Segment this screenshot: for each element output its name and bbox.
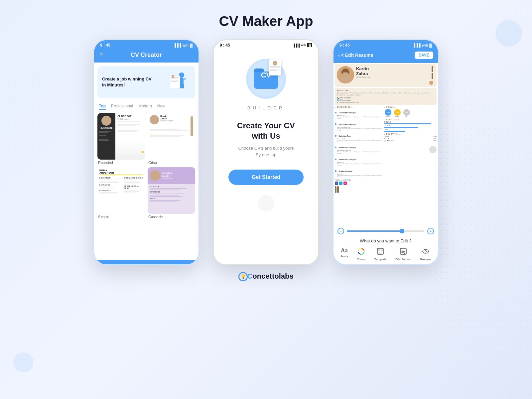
toolbar-preview[interactable]: Preview xyxy=(420,248,431,261)
skill-illustrator: 75% xyxy=(385,109,391,116)
tab-top[interactable]: Top xyxy=(99,104,106,110)
exp-item-4: Junior UI/UX Designer Big Kahuna Burger … xyxy=(335,144,383,154)
toolbar-fonts[interactable]: Aa Fonts xyxy=(340,248,348,261)
template-icon xyxy=(377,248,384,257)
preview-label: Preview xyxy=(420,258,431,261)
folder-tab xyxy=(254,68,264,72)
experience-title: EXPERIENCE xyxy=(335,106,383,108)
tab-new[interactable]: New xyxy=(157,104,165,110)
resume-name: Karrin Zahra xyxy=(356,66,427,76)
tab-professional[interactable]: Professional xyxy=(111,104,133,110)
tab-modern[interactable]: Modern xyxy=(138,104,152,110)
exp-item-1: Senior UI/UX Designer Alstringo Ltd. Wle… xyxy=(335,109,383,119)
accent-bars xyxy=(429,66,435,85)
slider-track[interactable] xyxy=(347,230,425,232)
toolbar-colors[interactable]: Colors xyxy=(357,248,365,261)
experience-section: EXPERIENCE Senior UI/UX Designer Alstrin… xyxy=(335,106,383,225)
accent-bars-bottom xyxy=(335,186,383,193)
skills-languages-education: SKILLS 75% ILLUST. 70% PHOTO. 50 xyxy=(384,106,437,225)
template-crisp[interactable]: KarrinZahra Graphic Designer xyxy=(148,113,195,165)
resume-avatar xyxy=(337,66,354,83)
battery-icon: ▓ xyxy=(190,43,193,47)
templates-grid: CLAIRE ZOE xyxy=(94,113,199,219)
template-cascade[interactable]: JessicaMarie Web Designer Education EXPE… xyxy=(148,167,195,219)
social-section: Find me on social media f t ig xyxy=(335,179,383,185)
svg-rect-10 xyxy=(171,81,178,82)
doc-line3 xyxy=(270,69,280,69)
get-started-button[interactable]: Get Started xyxy=(228,170,304,185)
phone3-time: 9 : 45 xyxy=(339,43,350,48)
edu-bcom: B.COM2010 xyxy=(384,136,437,137)
deco-circle-bl xyxy=(13,352,33,372)
language-hindi: HINDI xyxy=(384,129,437,132)
builder-title: Create Your CVwith Us xyxy=(237,120,295,141)
phone3-wrapper: 9 : 45 ▐▐▐ wifi ▓ ‹ < Edit Resume SAVE xyxy=(332,39,439,265)
bg-dots-left xyxy=(0,66,40,200)
builder-subtitle: Choose CV's and build yoursBy one tap xyxy=(238,145,294,158)
phone3: 9 : 45 ▐▐▐ wifi ▓ ‹ < Edit Resume SAVE xyxy=(332,39,439,265)
person-illustration-icon xyxy=(168,70,190,94)
signal-icon3: ▐▐▐ xyxy=(413,43,420,47)
skills-title: SKILLS xyxy=(384,106,437,108)
signal-icon: ▐▐▐ xyxy=(173,43,181,47)
bottom-circle-deco xyxy=(214,195,318,215)
phone3-body: Karrin Zahra UI/UX Designer ABOUT ME A P… xyxy=(333,63,438,264)
contact-email: ✉ Thuong.Note@Gmail.Com xyxy=(337,101,435,103)
twitter-icon: t xyxy=(339,182,342,185)
svg-rect-24 xyxy=(378,253,381,254)
edit-resume-label: < Edit Resume xyxy=(341,53,373,58)
zoom-slider: − + xyxy=(333,225,438,237)
exp-item-5: Junior UI/UX Designer Binford Ltd. Wleri… xyxy=(335,156,383,166)
template-rounded[interactable]: CLAIRE ZOE xyxy=(97,113,145,165)
banner-illustration xyxy=(167,70,191,94)
wifi-icon2: wifi xyxy=(301,44,306,47)
svg-rect-9 xyxy=(171,80,179,80)
languages-title: LANGUAGES xyxy=(384,119,437,121)
phone3-header: ‹ < Edit Resume SAVE xyxy=(333,49,438,63)
instagram-icon: ig xyxy=(343,182,347,185)
skill-photoshop: 70% xyxy=(394,109,401,116)
slider-fill xyxy=(347,230,401,232)
template-simple[interactable]: EMMAANDERSON EDUCATION LANGUAGE xyxy=(97,167,145,219)
about-section: ABOUT ME A Paragraph Is A Unit Of Text T… xyxy=(335,88,437,105)
signal-icon2: ▐▐▐ xyxy=(293,44,300,47)
template-label-toolbar: Template xyxy=(374,258,387,261)
svg-point-11 xyxy=(172,75,174,78)
facebook-icon: f xyxy=(335,182,338,185)
zoom-plus-button[interactable]: + xyxy=(427,228,434,234)
menu-icon[interactable]: ≡ xyxy=(99,52,103,59)
phone2-status-bar: 9 : 45 ▐▐▐ wifi ▓ xyxy=(214,40,318,49)
toolbar-template[interactable]: Template xyxy=(374,248,387,261)
resume-header: Karrin Zahra UI/UX Designer xyxy=(335,64,437,87)
doc-line1 xyxy=(270,66,280,67)
edit-question: What do you want to Edit ? xyxy=(333,237,438,245)
skills-circles: 75% ILLUST. 70% PHOTO. 50% INDES. xyxy=(384,109,437,117)
phone2-wrapper: 9 : 45 ▐▐▐ wifi ▓ CV xyxy=(213,39,319,265)
resume-body: EXPERIENCE Senior UI/UX Designer Alstrin… xyxy=(333,106,438,225)
slider-thumb[interactable] xyxy=(400,229,404,233)
svg-point-16 xyxy=(341,70,343,74)
svg-rect-3 xyxy=(184,78,186,79)
preview-icon xyxy=(422,248,429,257)
fonts-icon: Aa xyxy=(341,248,347,254)
back-button[interactable]: ‹ < Edit Resume xyxy=(338,53,373,58)
template-cascade-label: Cascade xyxy=(148,215,195,219)
education-title: EDUCATION xyxy=(384,133,437,135)
banner-text: Create a job winning CV in Minutes! xyxy=(102,76,155,88)
colors-icon xyxy=(357,248,365,257)
wifi-icon3: wifi xyxy=(422,43,428,47)
phone1-status-bar: 9 : 45 ▐▐▐ wifi ▓ xyxy=(94,40,199,49)
zoom-minus-button[interactable]: − xyxy=(337,228,344,234)
save-button[interactable]: SAVE xyxy=(415,52,433,59)
contact-phone: 📞 (300) 555 6625 xyxy=(337,97,435,99)
contact-website: 🌐 Orkonspelianse xyxy=(337,99,435,101)
toolbar-edit-section[interactable]: Edit Section xyxy=(395,248,411,261)
phone3-status-icons: ▐▐▐ wifi ▓ xyxy=(413,43,432,47)
about-title: ABOUT ME xyxy=(337,89,435,91)
edit-section-icon xyxy=(400,248,407,257)
resume-avatar-icon xyxy=(337,66,354,83)
svg-point-31 xyxy=(425,251,426,252)
cv-folder-inner: CV xyxy=(254,69,278,89)
battery-icon2: ▓ xyxy=(307,43,312,47)
phone1-wrapper: 9 : 45 ▐▐▐ wifi ▓ ≡ CV Creator Create a … xyxy=(93,39,200,265)
